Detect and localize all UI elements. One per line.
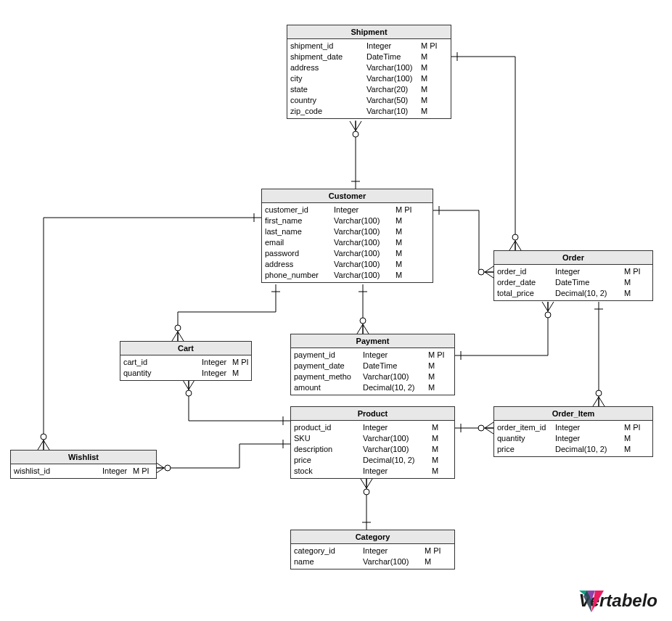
column-name: customer_id xyxy=(265,205,334,215)
entity-columns: wishlist_idIntegerM PI xyxy=(11,464,156,478)
column-name: city xyxy=(290,73,366,84)
column-name: amount xyxy=(294,382,363,393)
column-row: priceDecimal(10, 2)M xyxy=(294,455,451,466)
column-type: Integer xyxy=(363,546,425,556)
column-type: Varchar(100) xyxy=(334,270,396,281)
rel-payment-order xyxy=(454,302,548,355)
column-row: shipment_idIntegerM PI xyxy=(290,41,448,52)
column-row: addressVarchar(100)M xyxy=(290,62,448,73)
column-flags: M xyxy=(421,52,427,62)
column-type: Varchar(100) xyxy=(363,433,432,444)
column-flags: M xyxy=(396,226,402,237)
erd-canvas: Shipmentshipment_idIntegerM PIshipment_d… xyxy=(0,0,672,621)
column-type: Varchar(100) xyxy=(334,215,396,226)
column-type: Decimal(10, 2) xyxy=(363,455,432,466)
column-type: Integer xyxy=(363,422,432,433)
column-row: payment_dateDateTimeM xyxy=(294,361,451,371)
column-flags: M xyxy=(396,270,402,281)
column-name: stock xyxy=(294,466,363,477)
entity-title: Customer xyxy=(262,189,433,203)
column-type: Varchar(100) xyxy=(363,444,432,455)
entity-title: Wishlist xyxy=(11,451,156,464)
entity-order_item[interactable]: Order_Itemorder_item_idIntegerM PIquanti… xyxy=(493,406,653,457)
column-name: description xyxy=(294,444,363,455)
entity-columns: payment_idIntegerM PIpayment_dateDateTim… xyxy=(291,348,454,395)
column-flags: M xyxy=(432,455,438,466)
column-name: email xyxy=(265,237,334,248)
svg-point-13 xyxy=(545,312,551,318)
column-name: quantity xyxy=(123,368,202,379)
entity-cart[interactable]: Cartcart_idIntegerM PIquantityIntegerM xyxy=(120,341,252,381)
column-flags: M xyxy=(624,444,631,455)
column-flags: M xyxy=(432,444,438,455)
column-flags: M xyxy=(232,368,239,379)
column-flags: M xyxy=(432,433,438,444)
column-flags: M PI xyxy=(428,350,445,361)
column-name: order_id xyxy=(497,266,555,277)
column-name: price xyxy=(294,455,363,466)
svg-point-20 xyxy=(165,465,171,471)
column-name: password xyxy=(265,248,334,259)
column-row: zip_codeVarchar(10)M xyxy=(290,106,448,117)
column-row: priceDecimal(10, 2)M xyxy=(497,444,650,455)
column-flags: M xyxy=(432,466,438,477)
column-flags: M xyxy=(396,215,402,226)
column-row: descriptionVarchar(100)M xyxy=(294,444,451,455)
column-flags: M PI xyxy=(421,41,438,52)
column-name: payment_id xyxy=(294,350,363,361)
column-flags: M xyxy=(428,361,435,371)
column-flags: M xyxy=(421,62,427,73)
column-flags: M PI xyxy=(232,357,249,368)
column-row: first_nameVarchar(100)M xyxy=(265,215,430,226)
column-type: Decimal(10, 2) xyxy=(363,382,428,393)
column-row: cart_idIntegerM PI xyxy=(123,357,248,368)
column-row: SKUVarchar(100)M xyxy=(294,433,451,444)
entity-title: Order xyxy=(494,251,652,265)
rel-customer-order xyxy=(432,210,493,272)
column-name: last_name xyxy=(265,226,334,237)
rel-cart-product xyxy=(189,380,290,421)
column-row: last_nameVarchar(100)M xyxy=(265,226,430,237)
entity-wishlist[interactable]: Wishlistwishlist_idIntegerM PI xyxy=(10,450,157,479)
column-row: amountDecimal(10, 2)M xyxy=(294,382,451,393)
column-type: Varchar(100) xyxy=(334,248,396,259)
column-name: first_name xyxy=(265,215,334,226)
column-name: quantity xyxy=(497,433,555,444)
column-type: Varchar(10) xyxy=(366,106,421,117)
column-row: order_item_idIntegerM PI xyxy=(497,422,650,433)
column-name: category_id xyxy=(294,546,363,556)
entity-customer[interactable]: Customercustomer_idIntegerM PIfirst_name… xyxy=(261,189,433,283)
column-type: Integer xyxy=(366,41,421,52)
column-name: shipment_date xyxy=(290,52,366,62)
column-flags: M PI xyxy=(133,466,149,477)
entity-columns: product_idIntegerMSKUVarchar(100)Mdescri… xyxy=(291,421,454,478)
column-flags: M xyxy=(428,371,435,382)
entity-product[interactable]: Productproduct_idIntegerMSKUVarchar(100)… xyxy=(290,406,455,479)
column-type: Varchar(20) xyxy=(366,84,421,95)
column-flags: M xyxy=(421,84,427,95)
column-row: stockIntegerM xyxy=(294,466,451,477)
entity-shipment[interactable]: Shipmentshipment_idIntegerM PIshipment_d… xyxy=(287,25,451,119)
entity-columns: customer_idIntegerM PIfirst_nameVarchar(… xyxy=(262,203,433,282)
column-flags: M xyxy=(421,95,427,106)
column-flags: M xyxy=(425,556,431,567)
column-row: emailVarchar(100)M xyxy=(265,237,430,248)
vertabelo-icon xyxy=(579,591,604,612)
vertabelo-logo: Vertabelo xyxy=(579,591,657,611)
entity-payment[interactable]: Paymentpayment_idIntegerM PIpayment_date… xyxy=(290,334,455,395)
column-row: order_dateDateTimeM xyxy=(497,277,650,288)
svg-point-5 xyxy=(478,269,484,275)
column-type: Decimal(10, 2) xyxy=(555,288,624,299)
entity-order[interactable]: Orderorder_idIntegerM PIorder_dateDateTi… xyxy=(493,250,653,301)
entity-title: Product xyxy=(291,407,454,421)
column-row: stateVarchar(20)M xyxy=(290,84,448,95)
column-name: state xyxy=(290,84,366,95)
column-flags: M xyxy=(396,259,402,270)
entity-title: Order_Item xyxy=(494,407,652,421)
column-row: payment_methoVarchar(100)M xyxy=(294,371,451,382)
column-type: Varchar(100) xyxy=(334,259,396,270)
entity-title: Cart xyxy=(120,342,251,355)
column-type: Integer xyxy=(363,350,428,361)
column-flags: M PI xyxy=(396,205,412,215)
entity-category[interactable]: Categorycategory_idIntegerM PInameVarcha… xyxy=(290,530,455,569)
